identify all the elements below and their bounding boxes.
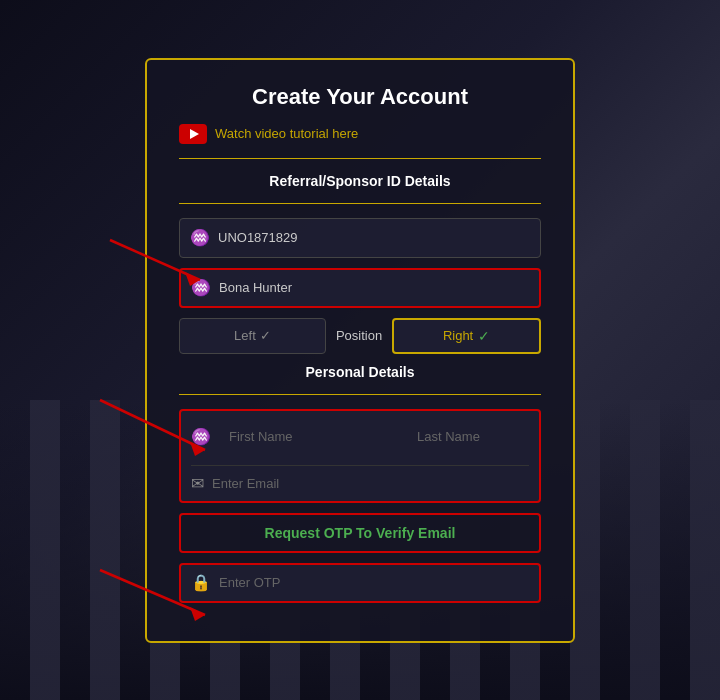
- position-right-button[interactable]: Right ✓: [392, 318, 541, 354]
- svg-marker-3: [190, 442, 205, 456]
- svg-line-2: [100, 400, 205, 450]
- email-icon: ✉: [191, 474, 204, 493]
- page-title: Create Your Account: [179, 84, 541, 110]
- position-row: Left ✓ Position Right ✓: [179, 318, 541, 354]
- referral-section-title: Referral/Sponsor ID Details: [179, 173, 541, 189]
- arrow-sponsor: [100, 230, 220, 290]
- arrow-personal: [90, 390, 220, 460]
- section-divider-2: [179, 203, 541, 204]
- sponsor-name-field: ♒: [179, 268, 541, 308]
- section-divider-3: [179, 394, 541, 395]
- sponsor-name-input[interactable]: [219, 270, 529, 306]
- svg-line-4: [100, 570, 205, 615]
- otp-field: 🔒: [179, 563, 541, 603]
- last-name-input[interactable]: [417, 419, 585, 455]
- position-label: Position: [336, 328, 382, 343]
- personal-section-title: Personal Details: [179, 364, 541, 380]
- create-account-form: Create Your Account Watch video tutorial…: [145, 58, 575, 643]
- check-icon: ✓: [478, 328, 490, 344]
- youtube-icon: [179, 124, 207, 144]
- video-link-text: Watch video tutorial here: [215, 126, 358, 141]
- email-row: ✉: [191, 465, 529, 493]
- name-row: ♒: [191, 419, 529, 455]
- svg-marker-1: [185, 272, 200, 286]
- email-input[interactable]: [212, 476, 529, 491]
- first-name-input[interactable]: [229, 419, 397, 455]
- sponsor-id-input[interactable]: [218, 219, 530, 257]
- personal-details-field: ♒ ✉: [179, 409, 541, 503]
- arrow-otp: [90, 560, 220, 630]
- sponsor-id-field: ♒: [179, 218, 541, 258]
- position-left-button[interactable]: Left ✓: [179, 318, 326, 354]
- svg-marker-5: [190, 607, 205, 621]
- video-link[interactable]: Watch video tutorial here: [179, 124, 541, 144]
- section-divider-1: [179, 158, 541, 159]
- otp-input[interactable]: [219, 565, 529, 601]
- request-otp-button[interactable]: Request OTP To Verify Email: [179, 513, 541, 553]
